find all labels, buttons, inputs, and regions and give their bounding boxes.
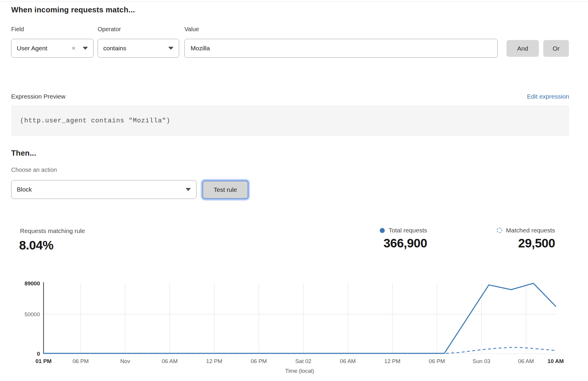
field-selected-value: User Agent [17,45,47,52]
edit-expression-link[interactable]: Edit expression [527,93,569,100]
svg-text:12 PM: 12 PM [206,358,222,364]
svg-text:89000: 89000 [24,280,40,287]
svg-text:06 AM: 06 AM [162,358,178,364]
chevron-down-icon [83,47,88,50]
svg-text:50000: 50000 [24,311,40,317]
total-requests-value: 366,900 [384,236,427,250]
firewall-rule-builder: When incoming requests match... Field Op… [0,0,588,381]
svg-text:06 PM: 06 PM [73,358,89,364]
svg-text:Time (local): Time (local) [285,368,314,374]
expression-preview-label: Expression Preview [11,93,65,100]
matched-requests-value: 29,500 [518,236,555,250]
total-requests-label: Total requests [389,227,427,234]
operator-selected-value: contains [103,45,126,52]
matched-requests-dashed-circle-icon [497,228,502,233]
clear-field-icon[interactable]: × [71,45,76,52]
matched-requests-label: Matched requests [506,227,555,234]
expression-code-box: (http.user_agent contains "Mozilla") [11,105,569,136]
match-heading: When incoming requests match... [11,5,135,14]
action-selected-value: Block [17,186,32,193]
svg-text:Sat 02: Sat 02 [295,358,312,364]
operator-select[interactable]: contains [98,39,179,58]
svg-text:12 PM: 12 PM [384,358,400,364]
total-requests-dot-icon [380,228,385,233]
test-rule-button[interactable]: Test rule [203,181,248,198]
svg-text:06 AM: 06 AM [340,358,356,364]
field-select[interactable]: User Agent × [11,39,94,58]
or-button[interactable]: Or [543,40,569,57]
svg-text:10 AM: 10 AM [547,358,564,364]
requests-chart: 0500008900001 PM06 PMNov06 AM12 PM06 PMS… [0,274,588,381]
svg-text:01 PM: 01 PM [36,358,52,364]
svg-text:06 PM: 06 PM [251,358,267,364]
legend-total-requests: Total requests 366,900 [380,227,427,250]
choose-action-label: Choose an action [11,167,57,173]
chevron-down-icon [168,47,174,50]
then-heading: Then... [11,149,36,158]
top-divider [0,1,588,1]
requests-matching-value: 8.04% [19,238,54,252]
value-input[interactable] [184,39,498,58]
action-select[interactable]: Block [11,180,196,199]
svg-text:06 AM: 06 AM [518,358,534,364]
svg-text:Nov: Nov [120,358,130,364]
svg-text:0: 0 [37,351,40,357]
and-button[interactable]: And [507,40,539,57]
svg-text:Sun 03: Sun 03 [473,358,490,364]
requests-matching-label: Requests matching rule [20,227,85,234]
svg-text:06 PM: 06 PM [429,358,445,364]
chevron-down-icon [186,188,191,191]
expression-code: (http.user_agent contains "Mozilla") [11,117,170,124]
value-label: Value [184,26,199,33]
field-label: Field [11,26,24,33]
legend-matched-requests: Matched requests 29,500 [497,227,555,250]
operator-label: Operator [98,26,121,33]
